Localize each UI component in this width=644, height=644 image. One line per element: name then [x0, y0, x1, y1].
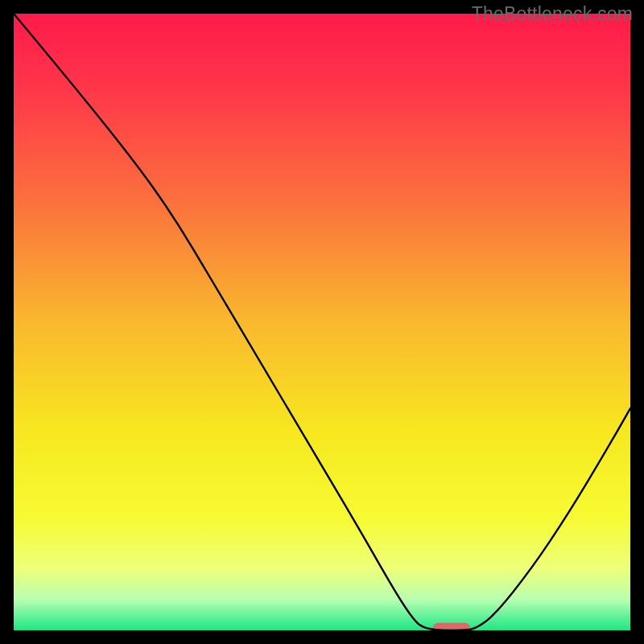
- watermark-label: TheBottleneck.com: [472, 3, 633, 25]
- bottleneck-chart: [14, 14, 630, 630]
- chart-svg: [14, 14, 630, 630]
- chart-background: [14, 14, 630, 630]
